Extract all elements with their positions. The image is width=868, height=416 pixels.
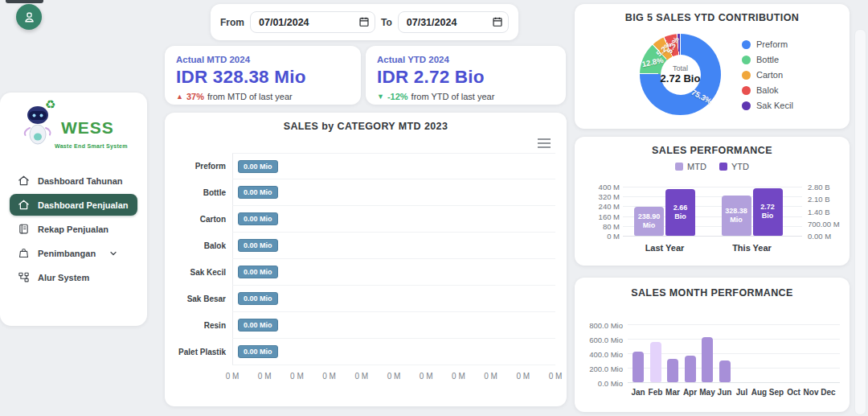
bar-value-label: 2.66Bio <box>674 204 688 222</box>
x-axis-tick-jan: Jan <box>629 388 647 397</box>
window-edge <box>6 0 43 3</box>
sidebar: ♻ WESS Waste End Smart System Dashboard … <box>0 93 147 326</box>
to-label: To <box>381 17 392 28</box>
calendar-icon[interactable] <box>492 16 503 27</box>
kpi-card-mtd: Actual MTD 2024 IDR 328.38 Mio ▲ 37% fro… <box>165 46 361 105</box>
legend-label: Sak Kecil <box>756 101 793 110</box>
legend-label: Preform <box>756 39 788 49</box>
y-axis-tick-left: 320 M <box>579 192 620 201</box>
y-axis-tick: 200.0 Mio <box>576 365 623 373</box>
sidebar-nav: Dashboard TahunanDashboard PenjualanReka… <box>10 170 137 288</box>
legend-item-carton[interactable]: Carton <box>742 70 793 80</box>
donut-center-value: 2.72 Bio <box>661 72 701 84</box>
bar-jun[interactable] <box>719 360 731 382</box>
big5-contribution-card: BIG 5 SALES YTD CONTRIBUTION Total 2.72 … <box>575 4 850 129</box>
bar-apr[interactable] <box>685 356 696 382</box>
legend-item-sak-kecil[interactable]: Sak Kecil <box>742 101 793 110</box>
y-axis-tick-right: 2.80 B <box>808 183 829 192</box>
sales-month-performance-card: SALES MONTH PERFORMANCE 800.0 Mio600.0 M… <box>575 278 850 412</box>
scrollbar[interactable] <box>854 29 866 415</box>
gridline <box>628 339 840 340</box>
y-axis-tick-right: 2.10 B <box>808 195 829 204</box>
y-axis-tick: 800.0 Mio <box>576 321 623 330</box>
x-axis-tick-nov: Nov <box>802 388 820 397</box>
category-row-palet-plastik: Palet Plastik0.00 Mio <box>176 339 555 365</box>
legend-swatch <box>675 163 683 171</box>
legend-label: Bottle <box>756 55 779 64</box>
sidebar-item-dashboard-penjualan[interactable]: Dashboard Penjualan <box>10 194 137 216</box>
bar-value-label: 0.00 Mio <box>238 212 278 225</box>
kpi-label: Actual MTD 2024 <box>176 55 350 64</box>
bar-mtd-last-year[interactable]: 238.90Mio <box>634 207 664 236</box>
bar-mar[interactable] <box>667 359 678 382</box>
y-axis-tick: 600.0 Mio <box>576 336 623 344</box>
x-axis-tick-dec: Dec <box>820 388 837 397</box>
x-axis-category-label: Last Year <box>628 243 701 253</box>
calendar-icon[interactable] <box>358 16 370 27</box>
recycle-icon: ♻ <box>45 97 55 112</box>
donut-percent-label: 75.3% <box>690 87 714 105</box>
sidebar-item-label: Dashboard Tahunan <box>38 176 123 186</box>
kpi-note: from MTD of last year <box>207 92 293 101</box>
bar-mtd-this-year[interactable]: 328.38Mio <box>722 196 751 236</box>
sidebar-item-penimbangan[interactable]: Penimbangan <box>10 242 137 264</box>
chart-menu-icon[interactable] <box>538 138 551 148</box>
y-axis-tick-left: 160 M <box>579 212 620 221</box>
x-axis-tick-jul: Jul <box>733 388 751 397</box>
sidebar-item-dashboard-tahunan[interactable]: Dashboard Tahunan <box>10 170 137 192</box>
category-bar-track: 0.00 Mio <box>232 286 555 312</box>
receipt-icon <box>18 223 30 235</box>
kpi-card-ytd: Actual YTD 2024 IDR 2.72 Bio ▼ -12% from… <box>366 46 566 105</box>
category-row-sak-besar: Sak Besar0.00 Mio <box>176 286 555 312</box>
y-axis-tick-right: 700.00 M <box>808 220 840 229</box>
bar-value-label: 0.00 Mio <box>238 319 278 332</box>
bar-ytd-this-year[interactable]: 2.72Bio <box>753 188 783 236</box>
legend-item-balok[interactable]: Balok <box>742 85 793 95</box>
category-bar-track: 0.00 Mio <box>232 179 555 206</box>
legend-item-preform[interactable]: Preform <box>742 39 793 49</box>
legend-item-ytd[interactable]: YTD <box>719 162 749 171</box>
kpi-note: from YTD of last year <box>411 92 495 101</box>
user-avatar-button[interactable] <box>16 4 42 30</box>
chart-title: SALES by CATEGORY MTD 2023 <box>165 121 567 132</box>
legend-dot <box>742 86 751 95</box>
x-axis-tick: 0 M <box>514 372 533 381</box>
sidebar-item-rekap-penjualan[interactable]: Rekap Penjualan <box>10 218 137 240</box>
legend-label: YTD <box>731 162 749 171</box>
category-rows: Preform0.00 MioBottle0.00 MioCarton0.00 … <box>176 153 555 365</box>
bar-value-label: 328.38Mio <box>725 207 747 225</box>
category-row-balok: Balok0.00 Mio <box>176 233 555 259</box>
from-date-input[interactable] <box>250 11 375 33</box>
legend-item-bottle[interactable]: Bottle <box>742 55 793 64</box>
category-label: Preform <box>176 153 232 179</box>
kpi-value: IDR 2.72 Bio <box>377 67 555 88</box>
donut-legend: PreformBottleCartonBalokSak Kecil <box>742 39 793 110</box>
x-axis-tick-sep: Sep <box>768 388 785 397</box>
legend-item-mtd[interactable]: MTD <box>675 162 706 171</box>
category-bar-track: 0.00 Mio <box>232 259 555 286</box>
bar-value-label: 0.00 Mio <box>238 239 278 252</box>
donut-chart[interactable]: Total 2.72 Bio 75.3%12.8%5.2%5.3% <box>640 34 721 115</box>
sales-performance-card: SALES PERFORMANCE MTDYTD 400 M320 M240 M… <box>575 137 850 266</box>
bar-may[interactable] <box>702 337 713 382</box>
gridline <box>623 187 802 187</box>
bar-value-label: 0.00 Mio <box>238 160 278 173</box>
bar-ytd-last-year[interactable]: 2.66Bio <box>665 189 695 236</box>
category-label: Palet Plastik <box>176 339 232 365</box>
sidebar-item-alur-system[interactable]: Alur System <box>10 266 137 288</box>
y-axis-tick-left: 240 M <box>579 202 620 211</box>
chart-title: SALES MONTH PERFORMANCE <box>575 287 850 299</box>
legend-dot <box>742 56 751 64</box>
user-icon <box>23 10 36 24</box>
chevron-down-icon <box>108 249 118 258</box>
gridline <box>628 382 840 383</box>
legend-label: Balok <box>756 85 779 95</box>
bar-feb[interactable] <box>650 342 661 382</box>
bar-value-label: 0.00 Mio <box>238 266 278 278</box>
x-axis-tick-oct: Oct <box>785 388 803 397</box>
category-row-carton: Carton0.00 Mio <box>176 206 555 233</box>
date-filter-card: From To <box>211 4 518 40</box>
bar-value-label: 238.90Mio <box>638 212 661 231</box>
category-label: Sak Kecil <box>176 259 232 286</box>
bar-jan[interactable] <box>633 352 644 382</box>
